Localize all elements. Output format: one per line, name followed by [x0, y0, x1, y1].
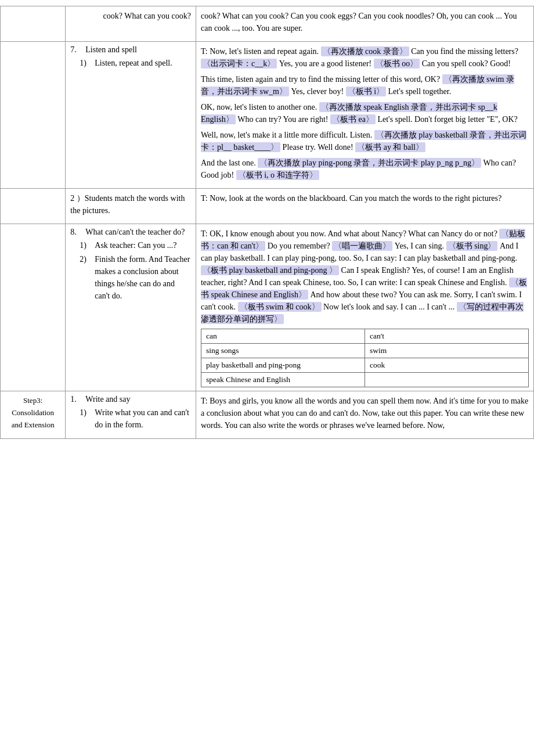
highlight-3: 〈板书 oo〉 — [374, 59, 420, 69]
cant-cell-2: cook — [365, 358, 528, 373]
para-4: Well, now, let's make it a little more d… — [201, 129, 529, 153]
para-1: T: Now, let's listen and repeat again. 〈… — [201, 45, 529, 70]
activity-text: 2 ）Students match the words with the pic… — [70, 192, 191, 217]
sub-label: Finish the form. And Teacher makes a con… — [95, 253, 191, 302]
para-8: T: OK, I know enough about you now. And … — [201, 228, 529, 325]
para-5: And the last one. 〈再次播放 play ping-pong 录… — [201, 157, 529, 181]
highlight-b5: 〈板书 speak Chinese and English〉 — [201, 278, 527, 300]
sub-label: Listen, repeat and spell. — [95, 57, 172, 69]
activity-cell: cook? What can you cook? — [66, 6, 196, 42]
activity-number: 7. — [70, 45, 82, 55]
table-header-row: can can't — [201, 329, 528, 344]
can-cell-3: speak Chinese and English — [201, 373, 365, 387]
table-row: 8. What can/can't the teacher do? 1) Ask… — [1, 224, 534, 391]
activity-text: cook? What can you cook? — [70, 10, 191, 22]
sub-number: 1) — [80, 406, 91, 431]
activity-content: 8. What can/can't the teacher do? 1) Ask… — [70, 228, 191, 302]
highlight-2: 〈出示词卡：c__k〉 — [201, 59, 277, 69]
step3-para: T: Boys and girls, you know all the word… — [201, 395, 529, 431]
inner-table-row: sing songs swim — [201, 344, 528, 358]
content-cell: cook? What can you cook? Can you cook eg… — [196, 6, 533, 42]
can-cell-2: play basketball and ping-pong — [201, 358, 365, 373]
activity-cell: 2 ）Students match the words with the pic… — [66, 189, 196, 224]
page: cook? What can you cook? cook? What can … — [0, 0, 534, 756]
activity-cell: 7. Listen and spell 1) Listen, repeat an… — [66, 42, 196, 189]
inner-table-row: speak Chinese and English — [201, 373, 528, 387]
para-2: This time, listen again and try to find … — [201, 73, 529, 98]
highlight-b3: 〈板书 sing〉 — [446, 241, 498, 251]
highlight-10: 〈再次播放 play ping-pong 录音，并出示词卡 play p_ng … — [258, 158, 481, 168]
content-text: cook? What can you cook? Can you cook eg… — [201, 10, 529, 34]
activity-content: 1. Write and say 1) Write what you can a… — [70, 395, 191, 431]
activity-label: Listen and spell — [85, 45, 137, 55]
table-row: 2 ）Students match the words with the pic… — [1, 189, 534, 224]
table-row: 7. Listen and spell 1) Listen, repeat an… — [1, 42, 534, 189]
highlight-11: 〈板书 i, o 和连字符〉 — [236, 170, 319, 180]
cant-cell-3 — [365, 373, 528, 387]
step-cell — [1, 6, 66, 42]
col-cant-header: can't — [365, 329, 528, 344]
step-cell: Step3:Consolidationand Extension — [1, 391, 66, 439]
content-text: T: Now, look at the words on the blackbo… — [201, 192, 529, 204]
activity-cell: 1. Write and say 1) Write what you can a… — [66, 391, 196, 439]
activity-label: Write and say — [85, 395, 130, 404]
content-cell: T: Boys and girls, you know all the word… — [196, 391, 533, 439]
activity-label: What can/can't the teacher do? — [85, 228, 185, 237]
sub-label: Write what you can and can't do in the f… — [95, 406, 191, 431]
step-label: Step3:Consolidationand Extension — [5, 395, 60, 431]
activity-cell: 8. What can/can't the teacher do? 1) Ask… — [66, 224, 196, 391]
cant-cell-1: swim — [365, 344, 528, 358]
can-cell-1: sing songs — [201, 344, 365, 358]
inner-table-row: play basketball and ping-pong cook — [201, 358, 528, 373]
table-row: cook? What can you cook? cook? What can … — [1, 6, 534, 42]
activity-number: 8. — [70, 228, 82, 237]
can-cant-table: can can't sing songs swim play basketbal… — [201, 329, 529, 387]
step-cell — [1, 42, 66, 189]
sub-number: 1) — [80, 239, 91, 251]
para-3: OK, now, let's listen to another one. 〈再… — [201, 101, 529, 125]
highlight-b4: 〈板书 play basketball and ping-pong 〉 — [201, 265, 339, 275]
content-cell: T: Now, let's listen and repeat again. 〈… — [196, 42, 533, 189]
activity-number: 1. — [70, 395, 82, 404]
content-cell: T: OK, I know enough about you now. And … — [196, 224, 533, 391]
highlight-5: 〈板书 i〉 — [346, 87, 386, 96]
table-row: Step3:Consolidationand Extension 1. Writ… — [1, 391, 534, 439]
sub-number: 1) — [80, 57, 91, 69]
sub-number: 2) — [80, 253, 91, 302]
activity-content: 7. Listen and spell 1) Listen, repeat an… — [70, 45, 191, 69]
main-table: cook? What can you cook? cook? What can … — [0, 6, 534, 439]
step-cell — [1, 224, 66, 391]
sub-label: Ask teacher: Can you ...? — [95, 239, 176, 251]
highlight-7: 〈板书 ea〉 — [330, 114, 376, 124]
highlight-b6: 〈板书 swim 和 cook〉 — [238, 302, 322, 312]
highlight-1: 〈再次播放 cook 录音〉 — [321, 46, 409, 56]
col-can-header: can — [201, 329, 365, 344]
highlight-9: 〈板书 ay 和 ball〉 — [355, 142, 425, 152]
highlight-b2: 〈唱一遍歌曲〉 — [332, 241, 392, 251]
content-cell: T: Now, look at the words on the blackbo… — [196, 189, 533, 224]
step-cell — [1, 189, 66, 224]
